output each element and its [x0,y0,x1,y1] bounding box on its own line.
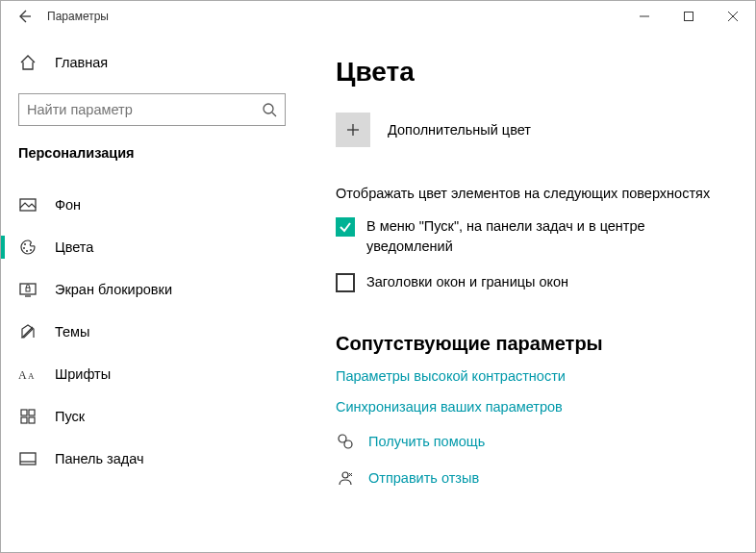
sidebar-item-fonts[interactable]: AA Шрифты [1,353,303,395]
window-title: Параметры [47,10,109,23]
svg-point-9 [26,250,28,252]
plus-icon [336,113,370,147]
page-title: Цвета [336,57,728,88]
svg-point-10 [30,249,32,251]
show-on-label: Отображать цвет элементов на следующих п… [336,186,728,201]
start-icon [18,407,38,426]
sidebar-item-lockscreen[interactable]: Экран блокировки [1,268,303,311]
content-area: Цвета Дополнительный цвет Отображать цве… [303,32,755,552]
feedback-label: Отправить отзыв [368,470,479,486]
svg-rect-17 [29,410,35,415]
help-label: Получить помощь [368,434,485,449]
sidebar-item-background[interactable]: Фон [1,184,303,226]
svg-rect-1 [685,13,693,21]
maximize-button[interactable] [667,1,711,32]
sidebar-item-label: Фон [55,197,81,213]
related-section-title: Сопутствующие параметры [336,333,728,355]
sidebar-item-label: Темы [55,324,90,339]
themes-icon [18,322,38,341]
help-link[interactable]: Получить помощь [336,432,728,451]
add-color-label: Дополнительный цвет [388,122,531,138]
home-icon [18,53,38,72]
titlebar: Параметры [1,1,755,32]
help-icon [336,432,355,451]
sidebar-item-colors[interactable]: Цвета [1,226,303,268]
sidebar-item-label: Панель задач [55,451,144,466]
lockscreen-icon [18,280,38,299]
colors-icon [18,238,38,257]
link-sync-settings[interactable]: Синхронизация ваших параметров [336,399,728,415]
checkbox-label: Заголовки окон и границы окон [366,272,568,292]
search-input[interactable] [27,102,262,117]
svg-point-26 [342,472,348,478]
svg-rect-11 [20,284,36,294]
sidebar-item-label: Цвета [55,239,93,255]
link-high-contrast[interactable]: Параметры высокой контрастности [336,368,728,384]
svg-rect-18 [21,417,27,423]
close-button[interactable] [711,1,755,32]
window-controls [622,1,755,32]
svg-text:A: A [28,371,35,381]
sidebar: Главная Персонализация Фон Цвета [1,32,303,552]
sidebar-item-start[interactable]: Пуск [1,395,303,438]
taskbar-icon [18,449,38,468]
minimize-button[interactable] [622,1,667,32]
checkbox-icon [336,217,355,237]
svg-point-4 [264,104,273,113]
sidebar-home-label: Главная [55,55,108,70]
sidebar-item-label: Шрифты [55,366,111,382]
svg-point-8 [23,247,25,249]
checkbox-start-taskbar[interactable]: В меню "Пуск", на панели задач и в центр… [336,216,728,257]
checkbox-label: В меню "Пуск", на панели задач и в центр… [366,216,693,257]
sidebar-item-taskbar[interactable]: Панель задач [1,438,303,480]
svg-rect-20 [20,453,36,465]
search-box[interactable] [18,93,286,126]
add-color-button[interactable]: Дополнительный цвет [336,113,728,147]
checkbox-icon [336,273,355,292]
sidebar-home[interactable]: Главная [1,41,303,84]
feedback-icon [336,468,355,488]
sidebar-item-label: Экран блокировки [55,282,172,297]
sidebar-item-label: Пуск [55,409,85,424]
back-button[interactable] [9,1,39,32]
svg-rect-13 [26,288,30,291]
svg-rect-19 [29,417,35,423]
checkbox-titlebars[interactable]: Заголовки окон и границы окон [336,272,728,292]
search-icon [262,102,277,117]
background-icon [18,195,38,214]
sidebar-item-themes[interactable]: Темы [1,311,303,353]
svg-text:A: A [18,368,27,382]
svg-point-7 [24,243,26,245]
svg-point-25 [344,440,352,448]
svg-line-5 [272,113,276,116]
fonts-icon: AA [18,364,38,384]
svg-rect-16 [21,410,27,415]
feedback-link[interactable]: Отправить отзыв [336,468,728,488]
sidebar-section-title: Персонализация [1,138,303,178]
